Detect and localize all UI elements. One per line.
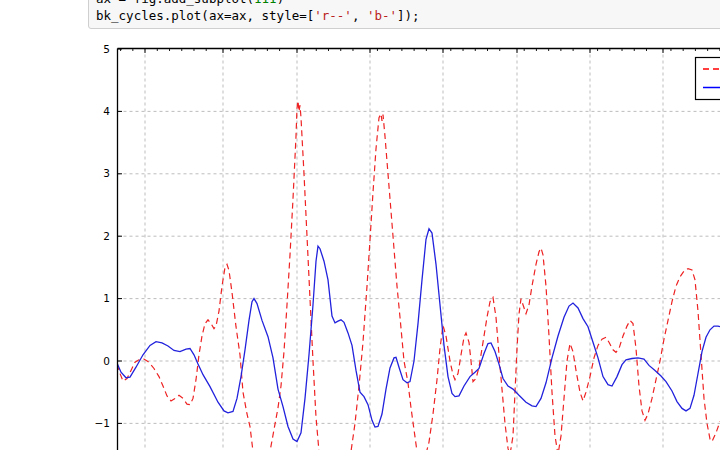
y-tick-label: −1 <box>95 417 110 429</box>
figure-plot: 543210−1 <box>0 0 720 450</box>
y-tick-labels: 543210−1 <box>95 43 111 429</box>
y-tick-label: 0 <box>103 355 110 367</box>
axes-spines <box>118 49 720 450</box>
y-tick-label: 3 <box>103 167 110 179</box>
legend <box>696 58 720 100</box>
y-tick-label: 5 <box>103 43 110 55</box>
legend-box <box>696 58 720 100</box>
y-tick-label: 1 <box>103 292 110 304</box>
y-tick-label: 2 <box>103 230 110 242</box>
series-blue-solid-line <box>117 229 720 442</box>
series-red-dashed-line <box>117 101 720 450</box>
y-tick-label: 4 <box>103 105 110 117</box>
grid-lines <box>118 49 720 450</box>
